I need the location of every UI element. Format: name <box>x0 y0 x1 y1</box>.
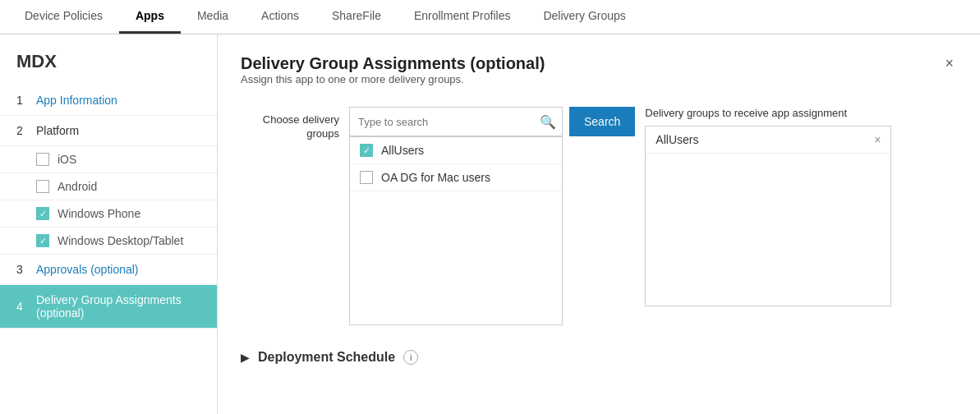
main-layout: MDX 1 App Information 2 Platform iOS And… <box>0 34 980 414</box>
step-num-4: 4 <box>16 300 30 313</box>
sidebar-sub-windows-phone[interactable]: Windows Phone <box>0 200 217 228</box>
search-button[interactable]: Search <box>569 107 635 136</box>
tab-sharefile[interactable]: ShareFile <box>315 0 398 34</box>
chooser-label: Choose deliverygroups <box>241 107 339 141</box>
tab-device-policies[interactable]: Device Policies <box>8 0 119 34</box>
tab-media[interactable]: Media <box>181 0 245 34</box>
sidebar-item-approvals[interactable]: 3 Approvals (optional) <box>0 255 217 285</box>
sidebar-item-app-information[interactable]: 1 App Information <box>0 85 217 116</box>
deploy-arrow-icon: ▶ <box>241 351 250 364</box>
chooser-row: Choose deliverygroups 🔍 Search AllUsers <box>241 107 957 325</box>
tab-actions[interactable]: Actions <box>245 0 315 34</box>
sidebar-title: MDX <box>0 51 217 85</box>
step-num-1: 1 <box>16 94 30 107</box>
step-num-3: 3 <box>16 263 30 276</box>
tab-delivery-groups[interactable]: Delivery Groups <box>527 0 642 34</box>
group-list-box[interactable]: AllUsers OA DG for Mac users <box>349 136 563 325</box>
dialog-title: Delivery Group Assignments (optional) <box>241 54 545 73</box>
sidebar-item-platform[interactable]: 2 Platform <box>0 116 217 146</box>
main-content: Delivery Group Assignments (optional) As… <box>218 34 980 414</box>
tab-apps[interactable]: Apps <box>119 0 181 34</box>
group-label-allusers: AllUsers <box>381 144 424 157</box>
remove-allusers-button[interactable]: × <box>874 133 881 146</box>
sidebar-sub-label-windows-desktop: Windows Desktop/Tablet <box>58 234 183 247</box>
dialog-subtitle: Assign this app to one or more delivery … <box>241 73 545 85</box>
top-nav: Device Policies Apps Media Actions Share… <box>0 0 980 34</box>
right-panel: Delivery groups to receive app assignmen… <box>645 107 891 306</box>
sidebar-sub-label-ios: iOS <box>58 153 76 166</box>
sidebar: MDX 1 App Information 2 Platform iOS And… <box>0 34 218 414</box>
sidebar-sub-ios[interactable]: iOS <box>0 146 217 173</box>
checkbox-ios[interactable] <box>36 153 49 166</box>
sidebar-sub-android[interactable]: Android <box>0 173 217 200</box>
step-label-app-information: App Information <box>36 94 117 107</box>
checkbox-windows-desktop[interactable] <box>36 234 49 247</box>
assigned-label-allusers: AllUsers <box>656 133 698 146</box>
tab-enrollment-profiles[interactable]: Enrollment Profiles <box>398 0 527 34</box>
close-button[interactable]: × <box>941 54 957 72</box>
step-num-2: 2 <box>16 124 30 137</box>
right-panel-title: Delivery groups to receive app assignmen… <box>645 107 891 119</box>
group-list-item-allusers[interactable]: AllUsers <box>350 137 562 164</box>
deployment-schedule-label: Deployment Schedule <box>258 350 395 365</box>
step-label-approvals: Approvals (optional) <box>36 263 139 276</box>
sidebar-sub-label-android: Android <box>58 180 97 193</box>
search-icon: 🔍 <box>540 114 556 130</box>
search-input-wrap: 🔍 <box>349 107 563 136</box>
group-list-item-oa-dg[interactable]: OA DG for Mac users <box>350 164 562 191</box>
assigned-box: AllUsers × <box>645 126 891 306</box>
chooser-controls: 🔍 Search AllUsers OA DG for Mac users <box>349 107 635 325</box>
search-input[interactable] <box>349 107 563 136</box>
checkbox-oa-dg[interactable] <box>360 171 373 184</box>
step-label-platform: Platform <box>36 124 79 137</box>
step-label-delivery-group-assignments: Delivery Group Assignments (optional) <box>36 293 200 320</box>
deployment-section[interactable]: ▶ Deployment Schedule i <box>241 342 957 365</box>
sidebar-sub-windows-desktop[interactable]: Windows Desktop/Tablet <box>0 228 217 255</box>
info-icon[interactable]: i <box>403 350 418 365</box>
assigned-item-allusers: AllUsers × <box>646 126 890 154</box>
checkbox-allusers[interactable] <box>360 144 373 157</box>
dialog-header: Delivery Group Assignments (optional) As… <box>241 54 957 102</box>
sidebar-sub-label-windows-phone: Windows Phone <box>58 207 140 220</box>
search-row: 🔍 Search <box>349 107 635 136</box>
checkbox-android[interactable] <box>36 180 49 193</box>
checkbox-windows-phone[interactable] <box>36 207 49 220</box>
group-label-oa-dg: OA DG for Mac users <box>381 171 490 184</box>
sidebar-item-delivery-group-assignments[interactable]: 4 Delivery Group Assignments (optional) <box>0 285 217 329</box>
